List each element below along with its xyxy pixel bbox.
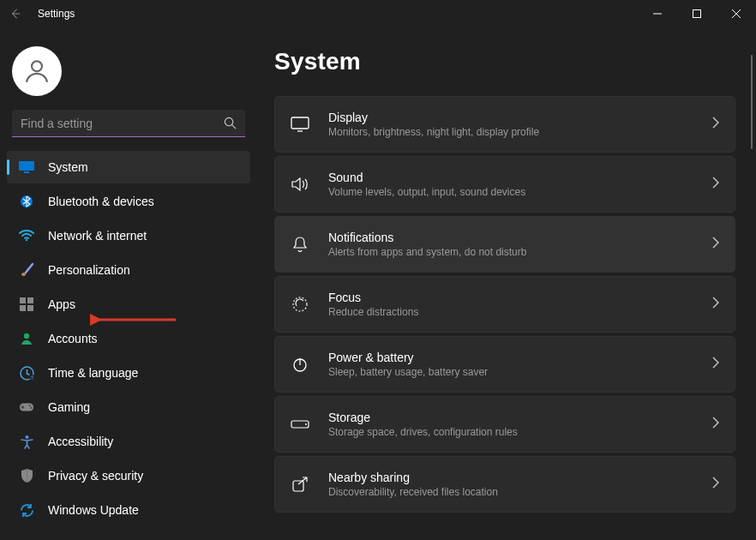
storage-icon	[291, 420, 309, 429]
brush-icon	[19, 262, 34, 278]
svg-rect-24	[293, 481, 303, 491]
sidebar-item-network-internet[interactable]: Network & internet	[7, 219, 250, 252]
sidebar-item-label: Gaming	[48, 400, 90, 414]
card-title: Storage	[328, 410, 693, 425]
svg-rect-19	[291, 117, 309, 129]
sidebar-item-system[interactable]: System	[7, 151, 250, 183]
sidebar-item-gaming[interactable]: Gaming	[7, 391, 250, 423]
sidebar-item-label: Accessibility	[48, 435, 113, 448]
sidebar-item-label: System	[48, 160, 88, 174]
card-sound[interactable]: SoundVolume levels, output, input, sound…	[274, 156, 735, 213]
sound-icon	[291, 177, 309, 192]
card-power-battery[interactable]: Power & batterySleep, battery usage, bat…	[274, 336, 735, 393]
gamepad-icon	[19, 399, 34, 415]
share-icon	[291, 476, 309, 493]
card-title: Focus	[328, 290, 693, 305]
accessibility-icon	[19, 434, 34, 449]
card-focus[interactable]: FocusReduce distractions	[274, 276, 735, 333]
card-title: Power & battery	[328, 350, 693, 365]
window-title: Settings	[38, 8, 75, 20]
svg-point-16	[29, 405, 31, 406]
sidebar-item-apps[interactable]: Apps	[7, 288, 250, 321]
chevron-right-icon	[712, 357, 719, 372]
svg-rect-3	[19, 161, 34, 171]
update-icon	[19, 502, 34, 518]
svg-point-18	[25, 435, 28, 439]
person-icon	[19, 331, 34, 346]
sidebar-item-label: Apps	[48, 297, 75, 311]
titlebar: Settings	[0, 0, 756, 27]
main-pane: System DisplayMonitors, brightness, nigh…	[257, 27, 756, 540]
page-heading: System	[274, 48, 735, 75]
sidebar-item-accessibility[interactable]: Accessibility	[7, 425, 250, 458]
card-subtitle: Monitors, brightness, night light, displ…	[328, 125, 693, 140]
card-subtitle: Reduce distractions	[328, 305, 693, 320]
svg-point-17	[30, 407, 32, 409]
wifi-icon	[19, 228, 34, 243]
search-icon	[224, 117, 237, 133]
sidebar-item-label: Personalization	[48, 263, 130, 277]
minimize-button[interactable]	[638, 0, 677, 27]
sidebar-item-label: Windows Update	[48, 503, 139, 517]
sidebar-item-time-language[interactable]: 文Time & language	[7, 357, 250, 389]
bluetooth-icon	[19, 194, 34, 209]
chevron-right-icon	[712, 417, 719, 432]
monitor-icon	[19, 159, 34, 175]
close-button[interactable]	[717, 0, 756, 27]
sidebar-item-windows-update[interactable]: Windows Update	[7, 494, 250, 526]
sidebar-item-accounts[interactable]: Accounts	[7, 322, 250, 355]
card-display[interactable]: DisplayMonitors, brightness, night light…	[274, 96, 735, 153]
chevron-right-icon	[712, 237, 719, 252]
sidebar-item-label: Bluetooth & devices	[48, 195, 154, 208]
sidebar-item-personalization[interactable]: Personalization	[7, 254, 250, 286]
card-subtitle: Storage space, drives, configuration rul…	[328, 425, 693, 440]
card-title: Sound	[328, 170, 693, 185]
card-subtitle: Alerts from apps and system, do not dist…	[328, 245, 693, 260]
scrollbar[interactable]	[751, 55, 753, 149]
sidebar: SystemBluetooth & devicesNetwork & inter…	[0, 27, 257, 540]
focus-icon	[291, 296, 309, 313]
sidebar-item-bluetooth-devices[interactable]: Bluetooth & devices	[7, 185, 250, 218]
svg-rect-0	[693, 10, 701, 18]
cards-list: DisplayMonitors, brightness, night light…	[274, 96, 735, 513]
chevron-right-icon	[712, 177, 719, 192]
chevron-right-icon	[712, 117, 719, 132]
avatar[interactable]	[12, 46, 62, 96]
card-title: Nearby sharing	[328, 470, 693, 485]
svg-point-6	[26, 239, 27, 241]
clock-icon: 文	[19, 365, 34, 381]
card-title: Notifications	[328, 230, 693, 245]
back-button[interactable]	[7, 5, 24, 22]
card-nearby-sharing[interactable]: Nearby sharingDiscoverability, received …	[274, 456, 735, 513]
svg-point-23	[305, 423, 307, 425]
maximize-button[interactable]	[677, 0, 717, 27]
card-storage[interactable]: StorageStorage space, drives, configurat…	[274, 396, 735, 453]
sidebar-item-label: Time & language	[48, 366, 138, 380]
svg-point-1	[32, 61, 42, 71]
shield-icon	[19, 468, 34, 483]
card-notifications[interactable]: NotificationsAlerts from apps and system…	[274, 216, 735, 273]
sidebar-item-privacy-security[interactable]: Privacy & security	[7, 459, 250, 492]
card-subtitle: Volume levels, output, input, sound devi…	[328, 185, 693, 200]
apps-icon	[19, 297, 34, 312]
bell-icon	[291, 236, 309, 253]
svg-rect-4	[24, 171, 29, 173]
svg-rect-8	[27, 297, 33, 303]
search-input[interactable]	[12, 110, 245, 137]
svg-text:文: 文	[29, 375, 33, 380]
card-subtitle: Sleep, battery usage, battery saver	[328, 365, 693, 380]
search-box[interactable]	[12, 110, 245, 137]
svg-rect-9	[20, 305, 26, 311]
svg-rect-10	[27, 305, 33, 311]
sidebar-item-label: Network & internet	[48, 229, 147, 243]
svg-point-2	[225, 117, 232, 125]
sidebar-item-label: Accounts	[48, 332, 98, 345]
card-subtitle: Discoverability, received files location	[328, 485, 693, 500]
svg-point-11	[24, 333, 29, 339]
svg-rect-7	[20, 297, 26, 303]
sidebar-item-label: Privacy & security	[48, 469, 143, 483]
display-icon	[291, 117, 309, 132]
chevron-right-icon	[712, 297, 719, 312]
card-title: Display	[328, 110, 693, 125]
nav-list: SystemBluetooth & devicesNetwork & inter…	[7, 151, 250, 526]
